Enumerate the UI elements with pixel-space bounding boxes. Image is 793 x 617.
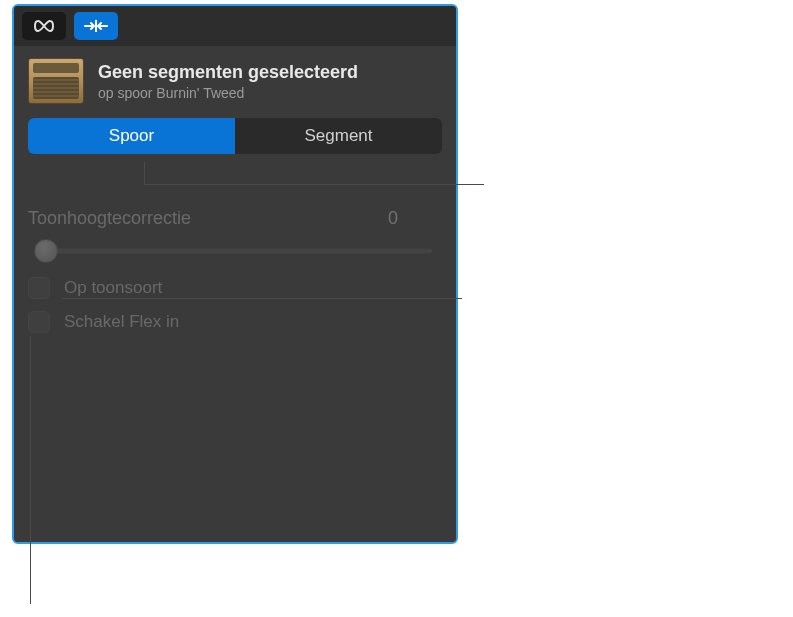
header-subtitle: op spoor Burnin' Tweed: [98, 85, 442, 101]
tab-track[interactable]: Spoor: [28, 118, 235, 154]
editor-panel: Geen segmenten geselecteerd op spoor Bur…: [12, 4, 458, 544]
limit-to-key-label: Op toonsoort: [64, 278, 162, 298]
slider-track: [38, 249, 432, 254]
join-toggle-button[interactable]: [74, 12, 118, 40]
tab-segment[interactable]: Segment: [235, 118, 442, 154]
limit-to-key-checkbox[interactable]: [28, 277, 50, 299]
callout-line: [144, 184, 484, 185]
join-arrows-icon: [83, 18, 109, 34]
limit-to-key-row: Op toonsoort: [28, 277, 442, 299]
amp-icon: [28, 58, 84, 104]
callout-line: [62, 298, 462, 299]
slider-thumb[interactable]: [34, 239, 58, 263]
callout-line: [30, 336, 31, 604]
pitch-correction-row: Toonhoogtecorrectie 0: [28, 208, 442, 229]
pitch-correction-slider[interactable]: [28, 239, 442, 263]
enable-flex-label: Schakel Flex in: [64, 312, 179, 332]
loop-toggle-button[interactable]: [22, 12, 66, 40]
pitch-correction-value: 0: [388, 208, 442, 229]
svg-rect-0: [95, 20, 97, 32]
enable-flex-row: Schakel Flex in: [28, 311, 442, 333]
toolbar: [14, 6, 456, 46]
callout-line: [144, 162, 145, 184]
header-text: Geen segmenten geselecteerd op spoor Bur…: [98, 62, 442, 101]
infinity-icon: [32, 18, 56, 34]
track-segment-tabs: Spoor Segment: [28, 118, 442, 154]
pitch-correction-label: Toonhoogtecorrectie: [28, 208, 191, 229]
panel-header: Geen segmenten geselecteerd op spoor Bur…: [14, 46, 456, 112]
enable-flex-checkbox[interactable]: [28, 311, 50, 333]
header-title: Geen segmenten geselecteerd: [98, 62, 442, 83]
